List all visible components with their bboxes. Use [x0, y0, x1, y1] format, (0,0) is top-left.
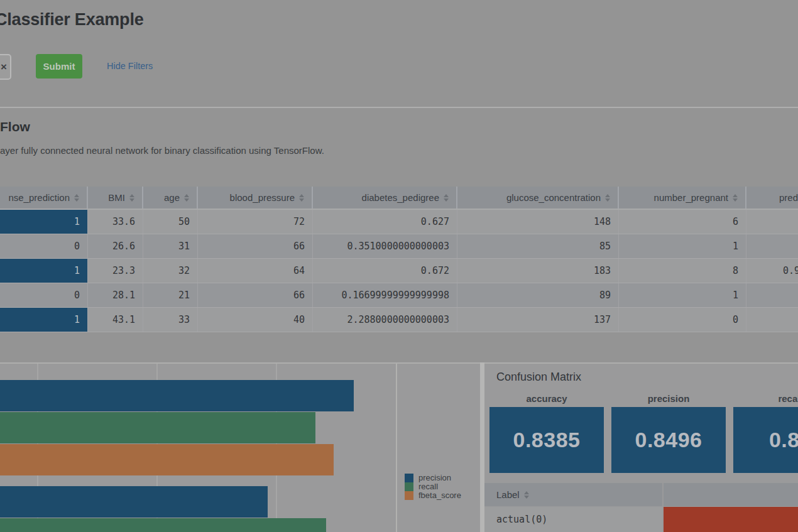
legend-item-precision: precision [405, 474, 461, 482]
confusion-cell [664, 507, 798, 532]
bar-precision [0, 380, 354, 411]
section-heading: Flow [0, 119, 30, 134]
sort-icon [129, 194, 134, 202]
bar-fbeta_score [0, 444, 334, 475]
table-cell: 0.9 [746, 259, 798, 283]
table-cell: 21 [143, 283, 198, 307]
table-row[interactable]: 026.631660.3510000000000003851 [0, 234, 798, 259]
submit-button[interactable]: Submit [36, 54, 82, 79]
sort-icon [733, 194, 738, 202]
table-cell: 33 [143, 308, 198, 332]
page: Classifier Example × Submit Hide Filters… [0, 0, 798, 532]
table-cell: 1 [619, 234, 746, 258]
column-header-blood_pressure[interactable]: blood_pressure [198, 187, 313, 209]
panel-separator [480, 362, 484, 532]
sort-icon [74, 194, 79, 202]
table-row[interactable]: 143.133402.28800000000000031370 [0, 308, 798, 332]
sort-icon [299, 194, 304, 202]
confusion-matrix-title: Confusion Matrix [496, 371, 581, 384]
table-row[interactable]: 123.332640.67218380.9 [0, 259, 798, 283]
column-header-number_pregnant[interactable]: number_pregnant [619, 187, 746, 209]
table-cell: 1 [619, 283, 746, 307]
table-cell [746, 210, 798, 234]
table-cell [746, 308, 798, 332]
legend-swatch [405, 482, 413, 491]
column-header-label: blood_pressure [230, 192, 295, 203]
legend-swatch [405, 474, 413, 482]
table-cell: 33.6 [88, 210, 143, 234]
column-header-label: age [164, 192, 180, 203]
metric-card-recall: 0.83 [733, 407, 798, 473]
label-column-header-text: Label [496, 489, 520, 500]
table-cell: 28.1 [88, 283, 143, 307]
metric-label-accuracy: accuracy [489, 393, 604, 404]
table-cell: 137 [457, 308, 619, 332]
table-cell: 2.2880000000000003 [313, 308, 457, 332]
chart-right-edge [396, 364, 397, 532]
table-row[interactable]: 133.650720.6271486 [0, 210, 798, 234]
legend-item-recall: recall [405, 482, 461, 491]
table-cell: 85 [457, 234, 619, 258]
metric-label-precision: precision [611, 393, 726, 404]
column-header-label: number_pregnant [654, 192, 728, 203]
table-cell: 0.672 [313, 259, 457, 283]
table-cell: 64 [198, 259, 313, 283]
table-cell: 31 [143, 234, 198, 258]
table-cell: 66 [198, 234, 313, 258]
bar-precision [0, 486, 268, 518]
metric-value: 0.8496 [635, 428, 702, 452]
metric-value: 0.8385 [513, 428, 581, 452]
clear-filter-button[interactable]: × [0, 54, 11, 80]
table-cell: 0.16699999999999998 [313, 283, 457, 307]
bar-recall [0, 412, 315, 443]
table-cell: 26.6 [88, 234, 143, 258]
label-table-row-label: actual(0) [496, 514, 547, 525]
confusion-matrix-panel: Confusion Matrix accuracy0.8385precision… [484, 364, 798, 532]
table-cell: 72 [198, 210, 313, 234]
legend-swatch [405, 491, 413, 500]
column-header-nse_prediction[interactable]: nse_prediction [0, 187, 88, 209]
header-divider [0, 107, 798, 108]
hide-filters-link[interactable]: Hide Filters [107, 61, 153, 71]
close-icon: × [1, 61, 7, 73]
label-column-header[interactable]: Label [484, 483, 662, 506]
page-title: Classifier Example [0, 10, 144, 30]
table-row[interactable]: 028.121660.16699999999999998891 [0, 283, 798, 308]
column-header-label: BMI [108, 192, 125, 203]
table-cell: 40 [198, 308, 313, 332]
table-cell: 0 [0, 234, 88, 258]
table-cell: 0.3510000000000003 [313, 234, 457, 258]
column-header-label: glucose_concentration [506, 192, 601, 203]
table-cell: 183 [457, 259, 619, 283]
table-cell: 23.3 [88, 259, 143, 283]
legend-label: fbeta_score [418, 491, 461, 500]
column-header-label: nse_prediction [8, 192, 70, 203]
sort-icon [524, 491, 529, 499]
column-header-BMI[interactable]: BMI [88, 187, 143, 209]
metric-card-accuracy: 0.8385 [489, 407, 604, 473]
column-header-label: pred [779, 192, 798, 203]
legend-label: precision [418, 474, 451, 482]
table-cell [746, 234, 798, 258]
column-header-glucose_concentration[interactable]: glucose_concentration [457, 187, 619, 209]
table-cell: 66 [198, 283, 313, 307]
sort-icon [184, 194, 189, 202]
table-cell: 0.627 [313, 210, 457, 234]
column-header-age[interactable]: age [143, 187, 198, 209]
bar-recall [0, 518, 326, 532]
value-column-header[interactable] [664, 483, 798, 506]
table-cell: 6 [619, 210, 746, 234]
table-cell [746, 283, 798, 307]
table-cell: 1 [0, 308, 88, 332]
column-header-diabetes_pedigree[interactable]: diabetes_pedigree [313, 187, 457, 209]
label-table-row[interactable]: actual(0) [484, 507, 662, 532]
column-header-pred[interactable]: pred [746, 187, 798, 209]
metric-label-recall: recall [733, 393, 798, 404]
data-table: nse_predictionBMIageblood_pressurediabet… [0, 187, 798, 332]
data-table-header-row: nse_predictionBMIageblood_pressurediabet… [0, 187, 798, 210]
table-cell: 50 [143, 210, 198, 234]
sort-icon [444, 194, 449, 202]
table-cell: 0 [619, 308, 746, 332]
table-cell: 1 [0, 259, 88, 283]
legend-label: recall [418, 482, 438, 491]
